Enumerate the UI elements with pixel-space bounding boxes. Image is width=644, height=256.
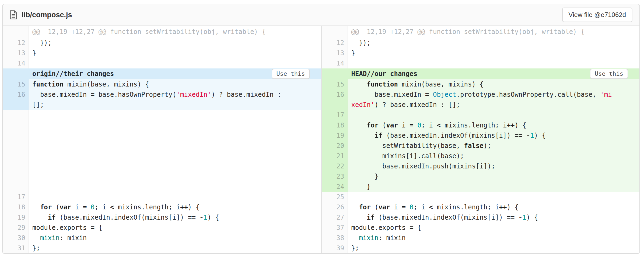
conflict-label: origin//their changes (32, 70, 114, 78)
diff-line-row: 19 if (base.mixedIn.indexOf(mixins[i]) =… (322, 130, 640, 141)
line-code: for (var i = 0; i < mixins.length; i++) … (29, 202, 321, 212)
line-code: }); (29, 38, 321, 48)
line-code (348, 110, 640, 120)
line-code: }; (348, 243, 640, 253)
line-code: function mixin(base, mixins) { (348, 79, 640, 89)
hunk-header-row: @@ -12,19 +12,27 @@ function setWritabil… (322, 26, 640, 38)
diff-line-row: 24 } (322, 182, 640, 192)
diff-line-row: 16 base.mixedIn = base.hasOwnProperty('m… (3, 89, 321, 110)
line-number: 17 (3, 192, 29, 202)
line-number: 15 (3, 79, 29, 89)
view-file-button[interactable]: View file @e71062d (562, 8, 632, 22)
hunk-header-text: @@ -12,19 +12,27 @@ function setWritabil… (348, 26, 640, 38)
diff-line-row: 39}; (322, 243, 640, 253)
line-code: function mixin(base, mixins) { (29, 79, 321, 89)
line-number: 16 (3, 89, 29, 110)
use-this-button-theirs[interactable]: Use this (272, 69, 310, 79)
hunk-header-text: @@ -12,19 +12,27 @@ function setWritabil… (29, 26, 321, 38)
line-number: 19 (322, 130, 348, 141)
diff-line-row: 14 (3, 58, 321, 68)
diff-line-row: 13} (3, 48, 321, 58)
line-code: module.exports = { (29, 223, 321, 233)
diff-line-row: 25 (322, 192, 640, 202)
conflict-label: HEAD//our changes (351, 70, 418, 78)
diff-line-row: 16 base.mixedIn = Object.prototype.hasOw… (322, 89, 640, 110)
line-number: 37 (322, 223, 348, 233)
line-number: 13 (322, 48, 348, 58)
diff-line-row: 12 }); (322, 38, 640, 48)
pane-theirs: @@ -12,19 +12,27 @@ function setWritabil… (3, 26, 321, 253)
line-number: 17 (322, 110, 348, 120)
diff-line-row: 18 for (var i = 0; i < mixins.length; i+… (322, 120, 640, 130)
diff-line-row: 23 } (322, 171, 640, 182)
line-code: } (348, 182, 640, 192)
line-code: } (348, 48, 640, 58)
line-code: if (base.mixedIn.indexOf(mixins[i]) == -… (348, 212, 640, 223)
line-code: mixin: mixin (348, 233, 640, 243)
line-number: 15 (322, 79, 348, 89)
diff-line-row: 30 mixin: mixin (3, 233, 321, 243)
diff-line-row: 20 setWritability(base, false); (322, 141, 640, 151)
line-number: 12 (322, 38, 348, 48)
file-name: lib/compose.js (22, 11, 72, 19)
conflict-header-ours: HEAD//our changesUse this (322, 68, 640, 79)
diff-line-row: 22 base.mixedIn.push(mixins[i]); (322, 161, 640, 171)
diff-line-row: 15function mixin(base, mixins) { (3, 79, 321, 89)
line-code: module.exports = { (348, 223, 640, 233)
line-number: 19 (3, 212, 29, 223)
line-code: for (var i = 0; i < mixins.length; i++) … (348, 120, 640, 130)
line-code: mixin: mixin (29, 233, 321, 243)
diff-line-row: 26 for (var i = 0; i < mixins.length; i+… (322, 202, 640, 212)
line-number: 24 (322, 182, 348, 192)
line-number: 12 (3, 38, 29, 48)
line-number: 14 (3, 58, 29, 68)
line-number: 39 (322, 243, 348, 253)
line-number: 13 (3, 48, 29, 58)
line-number (322, 26, 348, 38)
diff-line-row: 17 (3, 192, 321, 202)
line-code: }); (348, 38, 640, 48)
diff-line-row: 37module.exports = { (322, 223, 640, 233)
line-number: 30 (3, 233, 29, 243)
line-number: 21 (322, 151, 348, 161)
line-code (29, 58, 321, 68)
line-code: base.mixedIn.push(mixins[i]); (348, 161, 640, 171)
line-code (348, 192, 640, 202)
diff-line-row: 21 mixins[i].call(base); (322, 151, 640, 161)
use-this-button-ours[interactable]: Use this (590, 69, 628, 79)
line-code: } (348, 171, 640, 182)
diff-line-row: 29module.exports = { (3, 223, 321, 233)
line-code: base.mixedIn = base.hasOwnProperty('mixe… (29, 89, 321, 110)
split-diff: @@ -12,19 +12,27 @@ function setWritabil… (3, 26, 639, 253)
line-code: } (29, 48, 321, 58)
diff-line-row: 15 function mixin(base, mixins) { (322, 79, 640, 89)
line-code: setWritability(base, false); (348, 141, 640, 151)
line-code: if (base.mixedIn.indexOf(mixins[i]) == -… (348, 130, 640, 141)
diff-line-row: 17 (322, 110, 640, 120)
line-number: 25 (322, 192, 348, 202)
line-number: 14 (322, 58, 348, 68)
line-number: 23 (322, 171, 348, 182)
line-number: 26 (322, 202, 348, 212)
diff-line-row: 18 for (var i = 0; i < mixins.length; i+… (3, 202, 321, 212)
line-code (348, 58, 640, 68)
diff-line-row: 19 if (base.mixedIn.indexOf(mixins[i]) =… (3, 212, 321, 223)
line-number: 29 (3, 223, 29, 233)
line-code: }; (29, 243, 321, 253)
conflict-header-theirs: origin//their changesUse this (3, 68, 321, 79)
line-number (3, 26, 29, 38)
line-number (3, 110, 29, 192)
line-number: 16 (322, 89, 348, 110)
line-number: 18 (322, 120, 348, 130)
file-header: lib/compose.js View file @e71062d (3, 4, 639, 26)
line-code: for (var i = 0; i < mixins.length; i++) … (348, 202, 640, 212)
line-code: if (base.mixedIn.indexOf(mixins[i]) == -… (29, 212, 321, 223)
file-diff-card: lib/compose.js View file @e71062d @@ -12… (2, 4, 640, 254)
line-number: 27 (322, 212, 348, 223)
line-code (29, 192, 321, 202)
diff-line-row: 38 mixin: mixin (322, 233, 640, 243)
diff-line-row: 12 }); (3, 38, 321, 48)
line-code: mixins[i].call(base); (348, 151, 640, 161)
file-text-icon (10, 10, 17, 19)
pane-ours: @@ -12,19 +12,27 @@ function setWritabil… (321, 26, 640, 253)
